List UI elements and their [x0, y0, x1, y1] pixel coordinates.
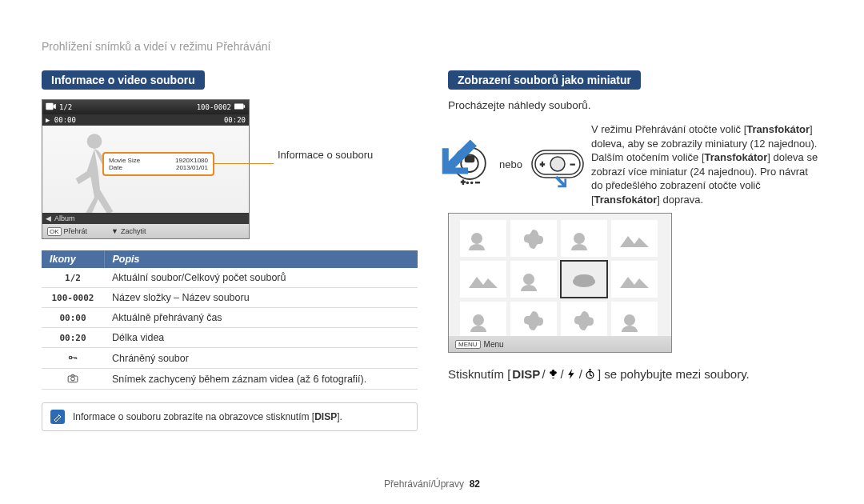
note-text: Informace o souboru zobrazíte na obrazov… [73, 411, 342, 422]
or-label: nebo [499, 158, 522, 170]
thumb-cell [510, 302, 557, 338]
file-number: 100-0002 [197, 103, 231, 111]
instruction-text: V režimu Přehrávání otočte volič [Transf… [591, 122, 820, 206]
info-moviesize-label: Movie Size [109, 157, 140, 164]
left-column: Informace o video souboru 1/2 100-0002 ▶… [42, 70, 418, 431]
callout-file-info: Informace o souboru [278, 149, 373, 161]
info-date-label: Date [109, 164, 122, 171]
file-counter: 1/2 [59, 103, 72, 111]
down-icon: ▼ [111, 227, 118, 235]
menu-label: Menu [484, 340, 504, 349]
key-icon [67, 354, 78, 364]
note-box: Informace o souboru zobrazíte na obrazov… [42, 402, 418, 431]
timer-icon [584, 367, 596, 381]
thumb-cell [611, 261, 658, 298]
macro-icon [547, 367, 559, 381]
chevron-left-icon: ◀ [46, 214, 51, 222]
file-info-box: Movie Size1920X1080 Date2013/01/01 [102, 152, 214, 176]
table-row: 00:00Aktuálně přehrávaný čas [42, 308, 418, 328]
play-label: Přehrát [64, 227, 88, 235]
table-row: Snímek zachycený během záznam videa (až … [42, 369, 418, 390]
note-icon [50, 410, 65, 424]
time-current: 00:00 [54, 116, 76, 124]
ok-key: OK [47, 227, 62, 236]
svg-point-6 [71, 377, 75, 381]
svg-rect-0 [46, 103, 53, 110]
thumb-cell [460, 302, 506, 338]
svg-point-16 [550, 157, 565, 171]
table-row: 1/2Aktuální soubor/Celkový počet souborů [42, 268, 418, 288]
svg-point-19 [471, 233, 482, 244]
video-icon [46, 102, 57, 112]
svg-point-25 [624, 314, 635, 326]
th-icons: Ikony [42, 250, 104, 268]
thumbnail-lcd: MENU Menu [448, 213, 672, 353]
callout-line [214, 163, 274, 164]
table-row: 100-0002Název složky – Název souboru [42, 288, 418, 308]
table-row: Chráněný soubor [42, 348, 418, 369]
svg-point-12 [466, 182, 468, 183]
zoom-dial: + − [448, 143, 491, 186]
thumb-cell [611, 302, 658, 338]
th-desc: Popis [104, 250, 418, 268]
capture-label: Zachytit [121, 227, 146, 235]
thumb-cell [460, 220, 506, 257]
navigation-hint: Stisknutím [DISP/ / / ] se pohybujte mez… [448, 367, 820, 381]
flash-icon [566, 367, 578, 381]
album-label: Album [54, 214, 75, 222]
svg-point-3 [87, 134, 102, 149]
svg-point-13 [471, 182, 473, 183]
thumb-cell [460, 261, 506, 298]
svg-point-20 [574, 233, 585, 244]
right-column: Zobrazení souborů jako miniatur Procháze… [448, 70, 820, 381]
thumb-cell [510, 261, 557, 298]
info-moviesize-value: 1920X1080 [175, 157, 208, 164]
svg-point-4 [69, 356, 72, 359]
section-title-thumbnails: Zobrazení souborů jako miniatur [448, 70, 641, 90]
thumb-cell [611, 220, 658, 257]
svg-text:−: − [570, 160, 575, 169]
svg-point-23 [574, 274, 594, 282]
thumb-cell-selected [561, 261, 607, 298]
info-date-value: 2013/01/01 [176, 164, 208, 171]
arrow-down-left-icon [440, 135, 454, 150]
battery-icon [234, 103, 246, 111]
section-title-video-info: Informace o video souboru [42, 70, 205, 90]
svg-text:+: + [461, 178, 465, 186]
breadcrumb: Prohlížení snímků a videí v režimu Přehr… [42, 40, 270, 53]
thumb-cell [561, 302, 607, 338]
page-footer: Přehrávání/Úpravy 82 [0, 478, 864, 490]
arrow-down-right-icon [553, 174, 567, 189]
svg-rect-2 [243, 105, 245, 108]
camera-icon [67, 374, 78, 385]
table-row: 00:20Délka videa [42, 328, 418, 348]
lcd-preview: 1/2 100-0002 ▶ 00:00 00:20 Movie Size192… [42, 99, 250, 239]
thumb-cell [510, 220, 557, 257]
svg-point-24 [473, 314, 484, 326]
zoom-rocker: + − [530, 146, 585, 184]
subtitle: Procházejte náhledy souborů. [448, 99, 820, 111]
menu-key: MENU [455, 340, 481, 349]
pause-icon: ▶ [46, 116, 50, 124]
svg-rect-1 [234, 104, 243, 110]
time-total: 00:20 [224, 116, 246, 124]
svg-text:−: − [475, 178, 479, 186]
svg-point-21 [523, 274, 534, 285]
thumb-cell [561, 220, 607, 257]
icons-table: Ikony Popis 1/2Aktuální soubor/Celkový p… [42, 250, 418, 390]
svg-text:+: + [540, 160, 545, 169]
